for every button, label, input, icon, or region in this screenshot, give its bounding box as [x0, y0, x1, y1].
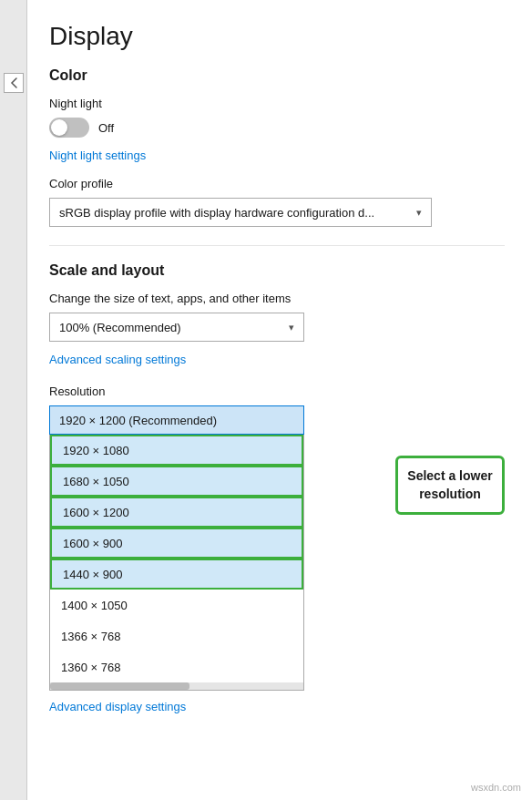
scale-section-title: Scale and layout	[49, 262, 505, 279]
callout-text: Select a lower resolution	[407, 468, 492, 501]
resolution-selected-value: 1920 × 1200 (Recommended)	[59, 414, 217, 427]
resolution-section: Resolution 1920 × 1200 (Recommended) 192…	[49, 385, 505, 435]
sidebar-back-button[interactable]	[4, 73, 24, 93]
scale-arrow: ▾	[289, 322, 294, 333]
night-light-state: Off	[98, 121, 114, 135]
color-profile-arrow: ▾	[416, 207, 422, 219]
night-light-label: Night light	[49, 97, 505, 110]
night-light-toggle-row: Off	[49, 118, 505, 138]
scale-value: 100% (Recommended)	[59, 321, 181, 334]
toggle-knob	[51, 119, 67, 136]
resolution-item-900b[interactable]: 1440 × 900	[50, 559, 303, 590]
resolution-item-1080[interactable]: 1920 × 1080	[50, 435, 303, 466]
list-scrollbar-thumb	[50, 682, 189, 690]
resolution-item-900a[interactable]: 1600 × 900	[50, 528, 303, 559]
advanced-display-link[interactable]: Advanced display settings	[49, 700, 505, 713]
resolution-label: Resolution	[49, 385, 505, 398]
advanced-scaling-link[interactable]: Advanced scaling settings	[49, 353, 186, 366]
page-title: Display	[49, 22, 505, 51]
resolution-item-768a[interactable]: 1366 × 768	[50, 621, 303, 651]
sidebar	[0, 0, 27, 800]
night-light-toggle[interactable]	[49, 118, 89, 138]
callout-box: Select a lower resolution	[395, 456, 505, 515]
scale-dropdown[interactable]: 100% (Recommended) ▾	[49, 313, 304, 342]
color-profile-value: sRGB display profile with display hardwa…	[59, 206, 374, 220]
scale-label: Change the size of text, apps, and other…	[49, 292, 505, 305]
resolution-item-1050a[interactable]: 1680 × 1050	[50, 466, 303, 497]
resolution-selected[interactable]: 1920 × 1200 (Recommended)	[49, 405, 304, 435]
resolution-dropdown-wrapper: 1920 × 1200 (Recommended) 1920 × 1080 16…	[49, 405, 304, 435]
night-light-settings-link[interactable]: Night light settings	[49, 149, 146, 162]
main-content: Display Color Night light Off Night ligh…	[27, 0, 532, 800]
list-scrollbar[interactable]	[50, 682, 303, 690]
section-divider	[49, 245, 505, 246]
resolution-list: 1920 × 1080 1680 × 1050 1600 × 1200 1600…	[49, 435, 304, 691]
color-profile-dropdown[interactable]: sRGB display profile with display hardwa…	[49, 198, 432, 227]
color-profile-label: Color profile	[49, 177, 505, 190]
resolution-item-768b[interactable]: 1360 × 768	[50, 651, 303, 682]
resolution-item-1200[interactable]: 1600 × 1200	[50, 497, 303, 528]
color-section-title: Color	[49, 67, 505, 84]
watermark: wsxdn.com	[471, 782, 521, 793]
resolution-item-1050b[interactable]: 1400 × 1050	[50, 590, 303, 621]
